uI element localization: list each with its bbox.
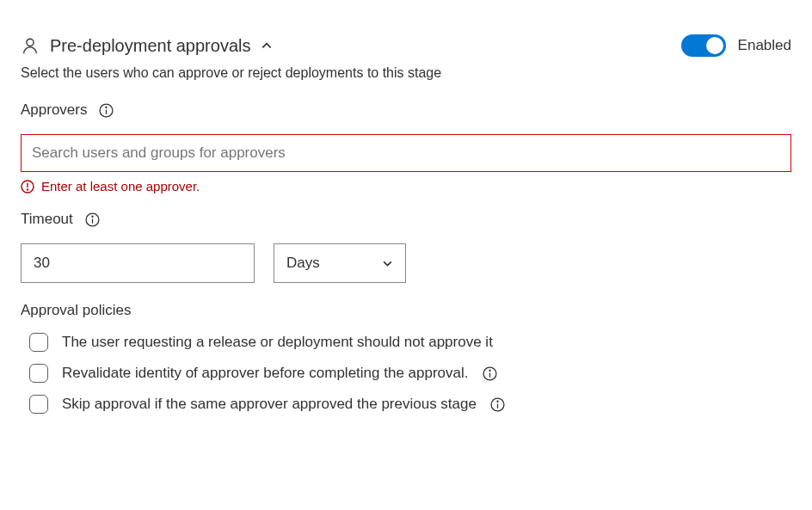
timeout-unit-value: Days <box>286 255 320 272</box>
person-icon <box>21 36 40 55</box>
svg-point-3 <box>106 107 107 108</box>
policy-row: Revalidate identity of approver before c… <box>21 364 791 383</box>
policy-label: Revalidate identity of approver before c… <box>62 365 469 382</box>
info-icon[interactable] <box>490 397 505 412</box>
policy-row: The user requesting a release or deploym… <box>21 333 791 352</box>
svg-point-15 <box>497 401 498 402</box>
timeout-value-input[interactable] <box>21 243 255 283</box>
timeout-label: Timeout <box>21 211 73 228</box>
info-icon[interactable] <box>85 212 100 227</box>
svg-point-0 <box>27 39 34 46</box>
approvers-label-row: Approvers <box>21 101 791 119</box>
approvers-label: Approvers <box>21 101 87 119</box>
error-icon <box>21 180 34 194</box>
error-text: Enter at least one approver. <box>41 179 200 194</box>
info-icon[interactable] <box>483 366 497 381</box>
toggle-knob <box>706 37 723 54</box>
timeout-row: Days <box>21 243 791 283</box>
svg-point-6 <box>28 189 28 190</box>
timeout-unit-select[interactable]: Days <box>274 243 406 283</box>
section-title: Pre-deployment approvals <box>50 36 250 56</box>
policy-checkbox-revalidate[interactable] <box>29 364 48 383</box>
policy-label: Skip approval if the same approver appro… <box>62 396 477 413</box>
error-row: Enter at least one approver. <box>21 179 791 194</box>
policy-checkbox-requester[interactable] <box>29 333 48 352</box>
chevron-up-icon <box>261 40 273 52</box>
timeout-label-row: Timeout <box>21 211 791 228</box>
svg-point-9 <box>92 216 93 217</box>
info-icon[interactable] <box>99 103 114 118</box>
chevron-down-icon <box>382 258 393 269</box>
title-group[interactable]: Pre-deployment approvals <box>21 36 273 56</box>
approvers-search-input[interactable] <box>21 134 791 172</box>
approval-policies-title: Approval policies <box>21 302 791 319</box>
policy-checkbox-skip[interactable] <box>29 395 48 414</box>
svg-point-12 <box>489 370 489 371</box>
toggle-label: Enabled <box>738 37 791 54</box>
policy-label: The user requesting a release or deploym… <box>62 334 493 351</box>
enabled-toggle[interactable] <box>681 34 726 57</box>
header-row: Pre-deployment approvals Enabled <box>21 34 791 57</box>
policy-row: Skip approval if the same approver appro… <box>21 395 791 414</box>
toggle-group: Enabled <box>681 34 791 57</box>
section-description: Select the users who can approve or reje… <box>21 65 791 81</box>
